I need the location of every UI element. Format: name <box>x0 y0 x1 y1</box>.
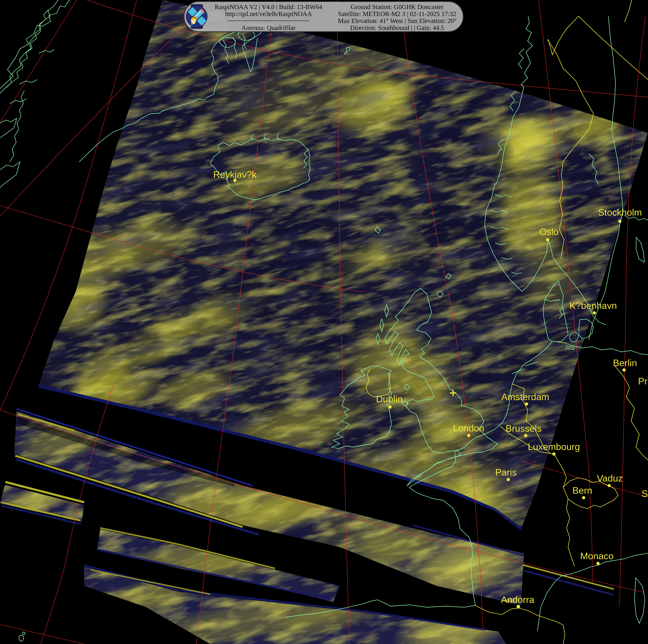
svg-text:Dublin: Dublin <box>376 394 402 404</box>
svg-text:Andorra: Andorra <box>501 594 534 605</box>
svg-text:Amsterdam: Amsterdam <box>501 392 549 402</box>
svg-text:Reykjav?k: Reykjav?k <box>213 169 257 180</box>
svg-text:Brussels: Brussels <box>506 423 542 434</box>
svg-text:Paris: Paris <box>495 467 517 478</box>
svg-text:Direction: Southbound | | Gain: Direction: Southbound | | Gain: 44.5 <box>350 24 444 32</box>
svg-text:Antenna: Quadrifilar: Antenna: Quadrifilar <box>241 24 295 32</box>
svg-text:London: London <box>453 423 484 433</box>
svg-text:Bern: Bern <box>573 485 592 496</box>
svg-text:Luxembourg: Luxembourg <box>528 441 580 452</box>
svg-text:Max Elevation: 41° West | Sun: Max Elevation: 41° West | Sun Elevation:… <box>338 17 456 24</box>
svg-text:RaspiNOAA V2 | V4.0 | Build: 1: RaspiNOAA V2 | V4.0 | Build: 13-BW64 <box>215 3 322 10</box>
svg-text:Pra: Pra <box>638 376 648 386</box>
svg-text:Ground Station: G0GHK Doncaste: Ground Station: G0GHK Doncaster <box>351 3 443 10</box>
svg-text:Satellite: METEOR-M2 3 | 02-11: Satellite: METEOR-M2 3 | 02-11-2025 17:3… <box>338 10 456 17</box>
svg-text:Berlin: Berlin <box>613 357 637 368</box>
svg-text:Stockholm: Stockholm <box>598 207 642 217</box>
svg-text:------------------------------: -------------------------------------- <box>228 16 310 24</box>
svg-text:Vaduz: Vaduz <box>597 473 623 484</box>
svg-text:Monaco: Monaco <box>580 551 613 561</box>
svg-text:Oslo: Oslo <box>539 227 558 237</box>
svg-text:K?benhavn: K?benhavn <box>570 300 617 311</box>
svg-text:Sc: Sc <box>642 488 648 499</box>
